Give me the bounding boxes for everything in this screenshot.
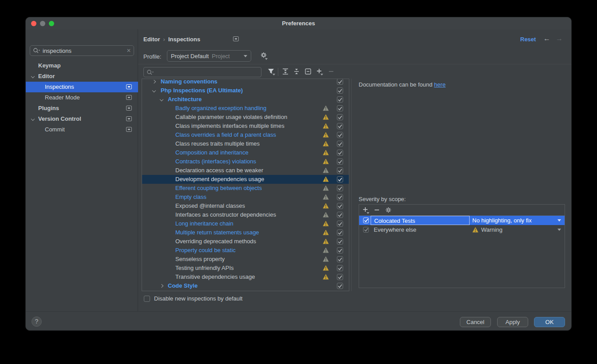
remove-scope-button[interactable]: [373, 206, 382, 215]
documentation-link[interactable]: here: [434, 81, 446, 88]
inspection-enabled-checkbox[interactable]: [337, 256, 343, 262]
inspection-row[interactable]: Class reuses traits multiple times: [142, 139, 349, 148]
sidebar-item-version-control[interactable]: Version Control: [26, 114, 138, 124]
inspection-row[interactable]: Code Style: [142, 281, 349, 290]
inspection-label: Long inheritance chain: [175, 220, 233, 227]
chevron-right-icon[interactable]: [160, 284, 163, 288]
scope-enabled-checkbox[interactable]: [363, 227, 369, 233]
filter-button[interactable]: [267, 67, 276, 76]
scope-enabled-checkbox[interactable]: [363, 218, 369, 223]
clear-search-icon[interactable]: ✕: [127, 47, 131, 54]
sidebar-item-editor[interactable]: Editor: [26, 71, 138, 82]
inspection-enabled-checkbox[interactable]: [337, 203, 343, 209]
inspection-row[interactable]: Testing unfriendly APIs: [142, 264, 349, 273]
inspection-enabled-checkbox[interactable]: [337, 176, 343, 182]
inspection-enabled-checkbox[interactable]: [337, 212, 343, 218]
inspection-row[interactable]: Contracts (interfaces) violations: [142, 157, 349, 166]
expand-all-button[interactable]: [281, 67, 290, 76]
inspection-enabled-checkbox[interactable]: [337, 79, 343, 85]
back-arrow-icon[interactable]: ←: [543, 35, 550, 43]
warning-icon: [323, 141, 329, 146]
sidebar-item-reader-mode[interactable]: Reader Mode: [26, 92, 138, 103]
chevron-down-icon[interactable]: [31, 117, 35, 121]
inspection-enabled-checkbox[interactable]: [337, 150, 343, 156]
inspection-enabled-checkbox[interactable]: [337, 238, 343, 245]
inspection-enabled-checkbox[interactable]: [337, 167, 343, 174]
scope-name-cell[interactable]: Everywhere else: [371, 225, 470, 234]
inspection-row[interactable]: Php Inspections (EA Ultimate): [142, 86, 349, 95]
chevron-down-icon[interactable]: [31, 75, 35, 78]
severity-value-cell[interactable]: No highlighting, only fix: [472, 216, 532, 225]
severity-scope-row[interactable]: Everywhere else Warning: [359, 225, 565, 234]
inspection-enabled-checkbox[interactable]: [337, 123, 343, 129]
add-inspection-button[interactable]: [315, 67, 324, 76]
inspection-row[interactable]: Development dependencies usage: [142, 175, 349, 184]
inspection-enabled-checkbox[interactable]: [337, 105, 343, 111]
sidebar-item-inspections[interactable]: Inspections: [26, 82, 138, 92]
inspection-row[interactable]: Exposed @internal classes: [142, 202, 349, 210]
inspection-enabled-checkbox[interactable]: [337, 274, 343, 280]
inspection-enabled-checkbox[interactable]: [337, 194, 343, 200]
inspection-row[interactable]: Architecture: [142, 95, 349, 104]
inspection-enabled-checkbox[interactable]: [337, 158, 343, 165]
inspection-enabled-checkbox[interactable]: [337, 87, 343, 94]
inspection-row[interactable]: Long inheritance chain: [142, 219, 349, 228]
sidebar-item-plugins[interactable]: Plugins: [26, 103, 138, 114]
inspection-row[interactable]: Empty class: [142, 193, 349, 202]
ok-button[interactable]: OK: [534, 317, 565, 327]
scope-name-cell[interactable]: Colocated Tests: [371, 216, 470, 225]
reset-inspection-button[interactable]: [304, 67, 313, 76]
inspection-row[interactable]: Class implements interfaces multiple tim…: [142, 122, 349, 131]
disable-new-inspections-row[interactable]: Disable new inspections by default: [144, 295, 242, 302]
inspection-row[interactable]: Badly organized exception handling: [142, 104, 349, 113]
severity-icon-wrap: [323, 141, 329, 146]
inspection-enabled-checkbox[interactable]: [337, 229, 343, 236]
collapse-all-button[interactable]: [293, 67, 301, 76]
titlebar[interactable]: Preferences: [26, 17, 571, 29]
inspection-row[interactable]: Overriding deprecated methods: [142, 237, 349, 246]
chevron-right-icon[interactable]: [152, 80, 156, 83]
sidebar-item-commit[interactable]: Commit: [26, 124, 138, 135]
profile-dropdown[interactable]: Project Default Project: [167, 50, 251, 62]
inspection-row[interactable]: Naming conventions: [142, 79, 349, 86]
inspection-row[interactable]: Efferent coupling between objects: [142, 184, 349, 193]
inspection-row[interactable]: Composition and inheritance: [142, 148, 349, 157]
inspection-row[interactable]: Senseless property: [142, 255, 349, 264]
severity-value-cell[interactable]: Warning: [472, 225, 502, 234]
chevron-down-icon[interactable]: [557, 229, 561, 231]
inspection-row[interactable]: Transitive dependencies usage: [142, 273, 349, 281]
inspection-row[interactable]: Multiple return statements usage: [142, 228, 349, 237]
inspection-enabled-checkbox[interactable]: [337, 221, 343, 227]
chevron-down-icon[interactable]: [557, 219, 561, 222]
chevron-down-icon[interactable]: [160, 98, 163, 101]
inspection-row[interactable]: Property could be static: [142, 246, 349, 255]
inspection-row[interactable]: Class overrides a field of a parent clas…: [142, 131, 349, 139]
inspection-enabled-checkbox[interactable]: [337, 185, 343, 191]
chevron-down-icon[interactable]: [152, 89, 156, 92]
inspection-enabled-checkbox[interactable]: [337, 141, 343, 147]
inspection-enabled-checkbox[interactable]: [337, 265, 343, 271]
settings-search-field[interactable]: inspections ✕: [30, 45, 134, 56]
panel-divider: [351, 79, 352, 291]
help-button[interactable]: ?: [32, 317, 42, 327]
cancel-button[interactable]: Cancel: [460, 317, 491, 327]
inspection-enabled-checkbox[interactable]: [337, 247, 343, 253]
inspection-enabled-checkbox[interactable]: [337, 114, 343, 120]
disable-new-inspections-checkbox[interactable]: [144, 296, 150, 302]
reset-link[interactable]: Reset: [520, 36, 536, 43]
inspection-row[interactable]: Callable parameter usage violates defini…: [142, 113, 349, 122]
inspection-enabled-checkbox[interactable]: [337, 96, 343, 103]
add-scope-button[interactable]: [361, 206, 370, 215]
breadcrumb-editor[interactable]: Editor: [143, 36, 160, 43]
inspections-search-field[interactable]: [143, 67, 261, 77]
inspection-row[interactable]: Interfaces as constructor dependencies: [142, 210, 349, 219]
inspection-enabled-checkbox[interactable]: [337, 132, 343, 138]
apply-button[interactable]: Apply: [497, 317, 528, 327]
severity-scope-row[interactable]: Colocated TestsNo highlighting, only fix: [359, 216, 565, 225]
inspection-enabled-checkbox[interactable]: [337, 283, 343, 289]
sidebar-item-label: Editor: [38, 71, 55, 82]
inspection-row[interactable]: Declaration access can be weaker: [142, 166, 349, 175]
sidebar-item-keymap[interactable]: Keymap: [26, 60, 138, 71]
profile-gear-button[interactable]: [260, 51, 269, 61]
edit-scopes-button[interactable]: [384, 206, 393, 215]
